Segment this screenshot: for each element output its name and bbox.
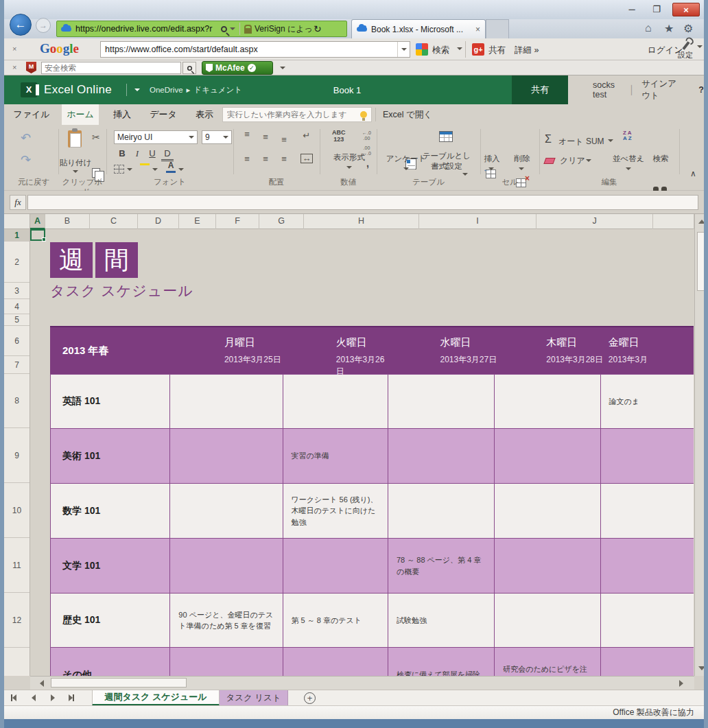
excel-logo-icon[interactable]: X (21, 82, 37, 97)
vertical-scroll-thumb[interactable] (697, 232, 706, 291)
google-search-dropdown-icon[interactable] (397, 42, 410, 57)
row-label[interactable]: 美術 101 (51, 429, 169, 483)
new-tab-stub[interactable] (486, 19, 509, 38)
browser-tab[interactable]: Book 1.xlsx - Microsoft ... × (351, 19, 486, 38)
column-header-D[interactable]: D (138, 214, 179, 229)
delete-cells-caret-icon[interactable] (519, 167, 524, 170)
collapse-ribbon-icon[interactable]: ∧ (690, 169, 696, 178)
align-top-icon[interactable]: ≡ (241, 129, 253, 139)
row-label[interactable]: 歴史 101 (51, 594, 169, 647)
scroll-right-icon[interactable] (679, 680, 683, 687)
table-cell[interactable] (169, 375, 282, 428)
undo-button[interactable]: ↶ (21, 130, 31, 145)
align-middle-icon[interactable]: ≡ (259, 132, 272, 142)
document-title[interactable]: Book 1 (292, 75, 402, 104)
column-header-C[interactable]: C (90, 214, 138, 229)
tab-データ[interactable]: データ (145, 104, 181, 125)
google-more-button[interactable]: 詳細 » (515, 45, 539, 56)
double-underline-button[interactable]: D (161, 148, 174, 161)
sheet-nav-prev[interactable] (32, 694, 36, 701)
column-header-F[interactable]: F (216, 214, 259, 229)
column-header-A[interactable]: A (30, 214, 45, 229)
certificate-text[interactable]: VeriSign によっ... (255, 23, 314, 35)
back-button[interactable]: ← (10, 14, 32, 36)
table-cell[interactable] (388, 484, 494, 538)
redo-button[interactable]: ↷ (21, 152, 31, 167)
table-cell[interactable] (494, 375, 600, 428)
day-header-1[interactable]: 月曜日2013年3月25日 (166, 327, 281, 374)
google-search-box[interactable]: https://www.office.com/start/default.asp… (100, 41, 410, 58)
table-cell[interactable] (494, 539, 600, 593)
sheet-nav-last[interactable] (69, 694, 74, 701)
table-cell[interactable]: 試験勉強 (388, 594, 494, 647)
address-url[interactable]: https://onedrive.live.com/edit.aspx?r (75, 24, 221, 34)
survey-caret-icon[interactable] (403, 167, 409, 170)
google-toolbar-close-icon[interactable]: × (12, 45, 16, 53)
borders-icon[interactable] (114, 165, 124, 174)
table-cell[interactable]: 論文のま (600, 375, 694, 428)
table-cell[interactable] (600, 648, 694, 676)
number-format-icon[interactable]: ABC123 (332, 129, 346, 143)
horizontal-scrollbar[interactable] (30, 676, 694, 690)
tab-表示[interactable]: 表示 (189, 104, 220, 125)
table-cell[interactable] (600, 429, 694, 483)
bold-button[interactable]: B (116, 148, 128, 160)
column-header-B[interactable]: B (45, 214, 90, 229)
tell-me-box[interactable] (222, 107, 372, 122)
refresh-icon[interactable]: ↻ (314, 23, 322, 34)
align-center-icon[interactable]: ≡ (259, 154, 272, 164)
close-button[interactable]: × (672, 3, 700, 16)
font-size-select[interactable]: 9 (202, 130, 232, 144)
table-cell[interactable] (283, 648, 388, 676)
open-in-excel-button[interactable]: Excel で開く (383, 104, 432, 125)
column-header-J[interactable]: J (536, 214, 653, 229)
row-header-4[interactable]: 4 (4, 299, 30, 314)
table-cell[interactable] (169, 539, 282, 593)
column-header-E[interactable]: E (179, 214, 216, 229)
font-color-caret-icon[interactable] (178, 168, 184, 171)
table-cell[interactable] (169, 429, 282, 483)
tab-close-icon[interactable]: × (475, 25, 480, 34)
mcafee-toolbar-close-icon[interactable]: × (12, 63, 16, 71)
home-icon[interactable]: ⌂ (645, 22, 652, 34)
app-chevron-down-icon[interactable] (134, 89, 140, 91)
google-logo[interactable]: Google (40, 41, 79, 56)
row-header-12[interactable]: 12 (4, 593, 30, 648)
select-all-corner[interactable] (4, 214, 30, 229)
row-header-9[interactable]: 9 (4, 428, 30, 483)
add-sheet-button[interactable]: + (304, 692, 316, 704)
scroll-down-icon[interactable] (698, 666, 705, 670)
row-label[interactable]: 文学 101 (51, 539, 169, 593)
align-right-icon[interactable]: ≡ (278, 154, 290, 164)
merge-cells-icon[interactable]: ↔ (300, 154, 313, 163)
table-cell[interactable] (169, 648, 282, 676)
paste-label[interactable]: 貼り付け (59, 158, 92, 168)
status-text[interactable]: Office 製品改善に協力 (613, 707, 694, 718)
forward-button[interactable]: → (36, 18, 51, 33)
underline-button[interactable]: U (146, 148, 158, 160)
table-cell[interactable]: 実習の準備 (283, 429, 388, 483)
table-cell[interactable]: 研究会のためにピザを注文 (494, 648, 600, 676)
google-search-tile-icon[interactable] (416, 43, 428, 56)
row-header-5[interactable]: 5 (4, 314, 30, 326)
font-name-select[interactable]: Meiryo UI (114, 130, 198, 144)
row-label[interactable]: 英語 101 (51, 375, 169, 428)
selected-cell-a1[interactable] (30, 229, 45, 241)
row-header-3[interactable]: 3 (4, 283, 30, 299)
tab-挿入[interactable]: 挿入 (107, 104, 137, 125)
mcafee-search-button[interactable] (182, 62, 196, 74)
table-cell[interactable] (388, 375, 494, 428)
scroll-left-icon[interactable] (40, 680, 44, 687)
fill-color-icon[interactable] (140, 163, 150, 165)
search-dropdown-icon[interactable] (230, 27, 235, 30)
comma-style-icon[interactable]: , (366, 158, 369, 169)
day-header-3[interactable]: 水曜日2013年3月27日 (389, 327, 497, 374)
borders-caret-icon[interactable] (127, 168, 132, 171)
sigma-icon[interactable]: Σ (545, 133, 552, 145)
signout-button[interactable]: サインアウト (641, 78, 682, 102)
sheet-tab-2[interactable]: タスク リスト (220, 690, 288, 706)
find-label[interactable]: 検索 (648, 154, 674, 164)
favorites-star-icon[interactable]: ★ (664, 22, 674, 35)
align-left-icon[interactable]: ≡ (241, 154, 253, 164)
horizontal-scroll-thumb[interactable] (51, 678, 187, 688)
